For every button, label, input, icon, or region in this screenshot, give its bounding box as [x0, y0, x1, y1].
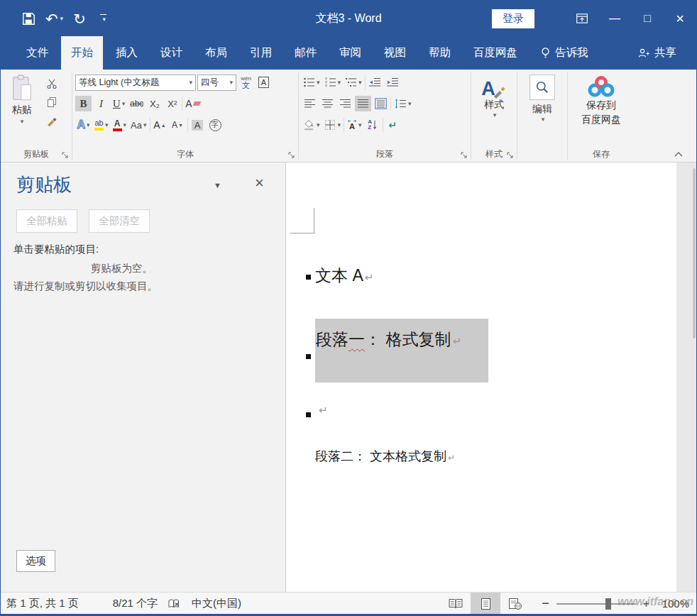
asian-layout-dropdown-icon: ▾	[358, 121, 362, 128]
options-button[interactable]: 选项	[16, 550, 55, 572]
styles-button[interactable]: A 样式 ▾	[474, 72, 514, 119]
tell-me-box[interactable]: 告诉我	[530, 36, 598, 70]
status-bar: 第 1 页, 共 1 页 8/21 个字 中文(中国) − + 100% www…	[1, 592, 696, 615]
clipboard-pane: 剪贴板 ▼ × 全部粘贴 全部清空 单击要粘贴的项目: 剪贴板为空。 请进行复制…	[1, 163, 286, 592]
zoom-percentage[interactable]: 100%	[649, 598, 689, 610]
share-button[interactable]: 共享	[627, 36, 686, 70]
zoom-out-button[interactable]: −	[542, 596, 549, 611]
ribbon-display-options-button[interactable]	[566, 1, 598, 36]
font-size-combo[interactable]: 四号 ▾	[197, 75, 236, 91]
paste-all-button[interactable]: 全部粘贴	[16, 209, 77, 233]
format-painter-button[interactable]	[43, 113, 60, 128]
proofing-errors-icon[interactable]	[168, 598, 180, 610]
multilevel-list-button[interactable]: ▾	[344, 75, 363, 90]
borders-button[interactable]: ▾	[323, 117, 343, 133]
align-right-button[interactable]	[337, 96, 353, 111]
bullets-button[interactable]: ▾	[302, 75, 322, 90]
strikethrough-button[interactable]: abc	[128, 96, 145, 111]
selected-paragraph-one[interactable]: 段落一： 格式复制↵	[315, 319, 488, 383]
sort-button[interactable]: A Z	[365, 117, 381, 133]
character-border-button[interactable]: A	[256, 75, 272, 90]
print-layout-button[interactable]	[471, 593, 500, 615]
tab-baidu-netdisk[interactable]: 百度网盘	[463, 36, 527, 70]
bold-button[interactable]: B	[75, 96, 92, 111]
pane-close-icon[interactable]: ×	[255, 174, 264, 192]
change-case-button[interactable]: Aa ▾	[129, 117, 148, 133]
undo-dropdown-icon[interactable]: ▾	[60, 15, 64, 22]
styles-dialog-launcher[interactable]	[506, 151, 514, 159]
tab-file[interactable]: 文件	[16, 36, 58, 70]
zoom-slider-thumb[interactable]	[605, 598, 611, 610]
grow-font-button[interactable]: A ▲	[152, 117, 168, 133]
tab-help[interactable]: 帮助	[419, 36, 461, 70]
save-icon[interactable]	[22, 12, 35, 26]
tab-mailings[interactable]: 邮件	[285, 36, 326, 70]
tab-home[interactable]: 开始	[61, 36, 103, 70]
align-center-button[interactable]	[319, 96, 336, 111]
collapse-ribbon-button[interactable]	[674, 151, 684, 158]
minimize-button[interactable]: —	[598, 1, 631, 36]
font-name-combo[interactable]: 等线 Light (中文标题 ▾	[75, 75, 196, 91]
clipboard-dialog-launcher[interactable]	[61, 151, 69, 159]
undo-button[interactable]: ↶ ▾	[45, 11, 63, 26]
word-count-status[interactable]: 8/21 个字	[113, 597, 158, 610]
paragraph-dialog-launcher[interactable]	[460, 151, 468, 159]
justify-button[interactable]	[355, 96, 371, 111]
underline-button[interactable]: U ▾	[111, 96, 127, 111]
tell-me-label: 告诉我	[555, 45, 588, 60]
distribute-button[interactable]	[373, 96, 389, 111]
numbering-button[interactable]: ▾	[323, 75, 343, 90]
customize-quick-access-button[interactable]: ▾	[100, 14, 106, 23]
copy-button[interactable]	[43, 94, 60, 110]
italic-button[interactable]: I	[93, 96, 109, 111]
decrease-indent-button[interactable]	[367, 75, 383, 90]
zoom-in-button[interactable]: +	[643, 598, 649, 610]
editing-button[interactable]: 编辑 ▾	[520, 72, 564, 123]
paragraph-text-a[interactable]: 文本 A↵	[315, 265, 373, 287]
tab-insert[interactable]: 插入	[106, 36, 148, 70]
clear-all-button[interactable]: 全部清空	[89, 209, 150, 233]
text-effects-button[interactable]: A ▾	[75, 117, 92, 133]
highlight-color-button[interactable]: ab ▾	[93, 117, 110, 133]
shading-button[interactable]: ▾	[302, 117, 322, 133]
phonetic-guide-button[interactable]: wén 文	[238, 75, 254, 90]
superscript-button[interactable]: X²	[164, 96, 180, 111]
align-left-button[interactable]	[302, 96, 318, 111]
font-group-label: 字体	[177, 148, 194, 160]
language-status[interactable]: 中文(中国)	[192, 597, 241, 610]
asian-layout-button[interactable]: A ▾	[346, 117, 363, 133]
maximize-button[interactable]: □	[631, 1, 664, 36]
character-shading-button[interactable]: A	[190, 117, 206, 133]
redo-button[interactable]: ↻	[73, 11, 86, 26]
web-layout-button[interactable]	[500, 593, 530, 615]
close-button[interactable]: ×	[664, 1, 696, 36]
page-number-status[interactable]: 第 1 页, 共 1 页	[6, 597, 79, 610]
save-to-baidu-button[interactable]: 保存到 百度网盘	[571, 72, 632, 126]
vertical-scrollbar[interactable]	[693, 168, 696, 339]
pane-dropdown-icon[interactable]: ▼	[214, 181, 221, 189]
line-spacing-button[interactable]: ▾	[393, 96, 413, 111]
tab-references[interactable]: 引用	[240, 36, 282, 70]
tab-review[interactable]: 审阅	[329, 36, 371, 70]
paste-dropdown-icon[interactable]: ▾	[21, 118, 24, 125]
read-mode-button[interactable]	[441, 593, 471, 615]
tab-design[interactable]: 设计	[150, 36, 192, 70]
cut-button[interactable]	[43, 76, 60, 92]
paragraph-two[interactable]: 段落二： 文本格式复制↵	[315, 448, 455, 465]
document-page[interactable]: 文本 A↵ 段落一： 格式复制↵ ↵ 段落二： 文本格式复制↵	[286, 163, 676, 592]
enclose-characters-button[interactable]: 字	[207, 117, 224, 133]
tab-view[interactable]: 视图	[374, 36, 416, 70]
font-dialog-launcher[interactable]	[287, 151, 295, 159]
sign-in-button[interactable]: 登录	[492, 9, 534, 28]
paste-button[interactable]: 粘贴 ▾	[4, 72, 40, 146]
subscript-button[interactable]: X₂	[146, 96, 163, 111]
font-size-dropdown-icon: ▾	[226, 79, 233, 86]
show-hide-marks-button[interactable]: ↵	[385, 117, 401, 133]
tab-layout[interactable]: 布局	[195, 36, 237, 70]
increase-indent-button[interactable]	[385, 75, 401, 90]
clear-formatting-button[interactable]: A	[184, 96, 201, 111]
shrink-font-button[interactable]: A ▼	[170, 117, 186, 133]
font-color-button[interactable]: A ▾	[111, 117, 128, 133]
titlebar-controls: 登录 — □ ×	[492, 1, 696, 36]
zoom-slider[interactable]	[556, 603, 636, 605]
